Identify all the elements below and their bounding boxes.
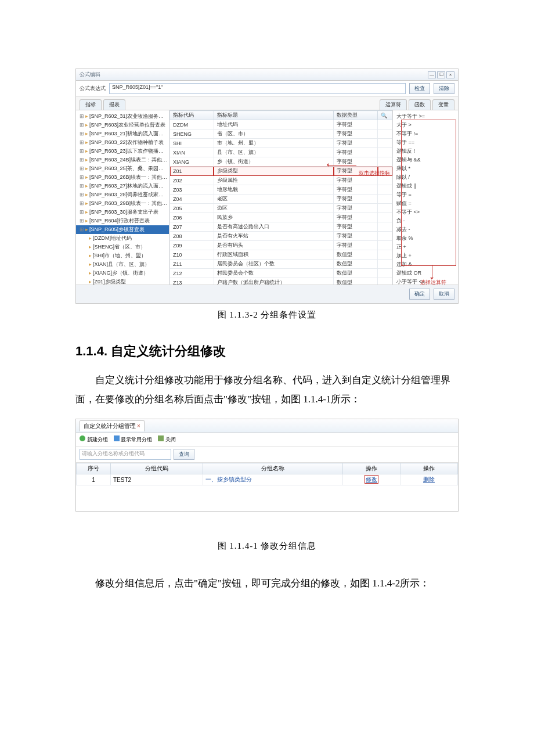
tree-item[interactable]: ▸[SHI]市（地、州、盟） bbox=[76, 251, 169, 260]
tree-item[interactable]: ⊞▸[SNP_R603_30]服务支出子表 bbox=[76, 208, 169, 217]
table-row: 1 TEST2 一、按乡镇类型分 修改 删除 bbox=[77, 474, 458, 485]
grid-row[interactable]: SHI市（地、州、盟）字符型 bbox=[170, 139, 392, 148]
grid-row[interactable]: Z08是否有火车站字符型 bbox=[170, 232, 392, 241]
operator-item[interactable]: 小于等于 <= bbox=[396, 278, 454, 285]
operator-item[interactable]: 大于 > bbox=[396, 121, 454, 129]
operator-item[interactable]: 连加 & bbox=[396, 260, 454, 269]
operator-list[interactable]: 大于等于 >=大于 >不等于 !=等于 ==逻辑反 !逻辑与 &&乘以 *除以 … bbox=[392, 110, 458, 285]
tab-indicator[interactable]: 指标 bbox=[80, 99, 102, 110]
tree-item[interactable]: ⊞▸[SNP_R603_21]耕地的流入面积填充 bbox=[76, 129, 169, 138]
grid-row[interactable]: XIANG乡（镇、街道）字符型 bbox=[170, 157, 392, 167]
operator-item[interactable]: 不等于 <> bbox=[396, 208, 454, 217]
minimize-icon[interactable]: — bbox=[428, 71, 436, 78]
grid-row[interactable]: Z02乡级属性字符型 bbox=[170, 176, 392, 185]
dialog-titlebar: 公式编辑 — ☐ × bbox=[76, 69, 458, 81]
tree-item[interactable]: ⊞▸[SNP_R604]行政村普查表 bbox=[76, 217, 169, 225]
tab-variable[interactable]: 变量 bbox=[432, 99, 454, 110]
tree-item[interactable]: ⊞▸[SNP_R603_28]饲养牲畜或家禽子表 bbox=[76, 190, 169, 199]
tree-item[interactable]: ▸[SHENG]省（区、市） bbox=[76, 243, 169, 251]
search-input[interactable]: 请输入分组名称或分组代码 bbox=[80, 449, 171, 460]
grid-row[interactable]: XIAN县（市、区、旗）字符型 bbox=[170, 148, 392, 157]
ok-button[interactable]: 确定 bbox=[409, 289, 430, 300]
maximize-icon[interactable]: ☐ bbox=[437, 71, 445, 78]
search-button[interactable]: 查询 bbox=[174, 449, 194, 460]
col-op2: 操作 bbox=[400, 463, 458, 474]
tab-function[interactable]: 函数 bbox=[409, 99, 431, 110]
grid-row[interactable]: SHENG省（区、市）字符型 bbox=[170, 129, 392, 139]
delete-link[interactable]: 删除 bbox=[423, 476, 435, 483]
section-heading: 1.1.4. 自定义统计分组修改 bbox=[75, 343, 459, 360]
tab-close-icon[interactable]: × bbox=[137, 423, 140, 429]
tree-item[interactable]: ⊞▸[SNP_R603_23]以下农作物播种面积 bbox=[76, 147, 169, 156]
grid-row[interactable]: Z10行政区域面积数值型 bbox=[170, 250, 392, 260]
col-name: 分组名称 bbox=[203, 463, 343, 474]
operator-item[interactable]: 加上 + bbox=[396, 251, 454, 260]
tree-item[interactable]: ⊞▸[SNP_R603_24B]续表二：其他作物 bbox=[76, 156, 169, 164]
dialog-title: 公式编辑 bbox=[80, 71, 428, 78]
grid-row[interactable]: Z09是否有码头字符型 bbox=[170, 241, 392, 250]
operator-item[interactable]: 逻辑或 || bbox=[396, 182, 454, 190]
grid-row[interactable]: Z12村民委员会个数数值型 bbox=[170, 269, 392, 278]
operator-item[interactable]: 逻辑反 ! bbox=[396, 147, 454, 156]
tree-item[interactable]: ⊞▸[SNP_R603_25]茶、桑、果园及食用 bbox=[76, 164, 169, 173]
tree-item[interactable]: ⊞▸[SNP_R603]农业经营单位普查表 bbox=[76, 121, 169, 129]
grid-row[interactable]: Z13户籍户数（派出所户籍统计）数值型 bbox=[170, 278, 392, 285]
grid-row[interactable]: DZDM地址代码字符型 bbox=[170, 120, 392, 129]
search-icon[interactable]: 🔍 bbox=[378, 111, 392, 120]
tab-operator[interactable]: 运算符 bbox=[380, 99, 407, 110]
operator-item[interactable]: 赋值 = bbox=[396, 199, 454, 208]
operator-item[interactable]: 等于 = bbox=[396, 190, 454, 199]
operator-item[interactable]: 逻辑或 OR bbox=[396, 269, 454, 278]
operator-item[interactable]: 负 - bbox=[396, 217, 454, 225]
grid-row[interactable]: Z05边区字符型 bbox=[170, 204, 392, 213]
operator-item[interactable]: 正 + bbox=[396, 243, 454, 251]
tree-item[interactable]: ▸[DZDM]地址代码 bbox=[76, 234, 169, 243]
operator-item[interactable]: 乘以 * bbox=[396, 164, 454, 173]
new-group-button[interactable]: 新建分组 bbox=[80, 435, 108, 444]
tree-item[interactable]: ⊞▸[SNP_R603_27]林地的流入面积填充 bbox=[76, 182, 169, 190]
edit-link[interactable]: 修改 bbox=[366, 476, 377, 483]
operator-item[interactable]: 大于等于 >= bbox=[396, 112, 454, 121]
grid-row[interactable]: Z11居民委员会（社区）个数数值型 bbox=[170, 260, 392, 269]
grid-row[interactable]: Z01乡级类型字符型 bbox=[170, 167, 392, 176]
tree-item[interactable]: ⊞▸[SNP_R603_26B]续表一：其他园林 bbox=[76, 173, 169, 182]
cancel-button[interactable]: 取消 bbox=[434, 289, 454, 300]
operator-item[interactable]: 等于 == bbox=[396, 138, 454, 147]
report-tree[interactable]: ⊞▸[SNP_R602_31]农业牧渔服务业子表⊞▸[SNP_R603]农业经营… bbox=[76, 110, 169, 285]
tree-item[interactable]: ⊞▸[SNP_R602_31]农业牧渔服务业子表 bbox=[76, 112, 169, 121]
expr-input[interactable]: SNP_R605[Z01]=="1" bbox=[109, 83, 406, 94]
grid-row[interactable]: Z06民族乡字符型 bbox=[170, 213, 392, 222]
tree-item[interactable]: ▸[XIANG]乡（镇、街道） bbox=[76, 269, 169, 278]
operator-item[interactable]: 取余 % bbox=[396, 234, 454, 243]
tree-item[interactable]: ▸[XIAN]县（市、区、旗） bbox=[76, 260, 169, 269]
tree-item[interactable]: ⊞▸[SNP_R603_29B]续表一：其他畜禽 bbox=[76, 199, 169, 208]
col-no: 序号 bbox=[77, 463, 111, 474]
tree-item[interactable]: ▸[Z01]乡级类型 bbox=[76, 278, 169, 285]
list-icon bbox=[114, 435, 120, 441]
grid-row[interactable]: Z07是否有高速公路出入口字符型 bbox=[170, 222, 392, 232]
formula-editor-dialog: 公式编辑 — ☐ × 公式表达式 SNP_R605[Z01]=="1" 检查 清… bbox=[75, 69, 459, 304]
operator-item[interactable]: 除以 / bbox=[396, 173, 454, 182]
tree-item[interactable]: ⊞▸[SNP_R605]乡镇普查表 bbox=[76, 225, 169, 234]
panel-tab[interactable]: 自定义统计分组管理× bbox=[80, 420, 145, 431]
show-common-button[interactable]: 显示常用分组 bbox=[114, 435, 153, 444]
operator-item[interactable]: 不等于 != bbox=[396, 129, 454, 138]
operator-item[interactable]: 逻辑与 && bbox=[396, 156, 454, 164]
paragraph-1: 自定义统计分组修改功能用于修改分组名称、代码，进入到自定义统计分组管理界面，在要… bbox=[75, 370, 459, 409]
group-management-panel: 自定义统计分组管理× 新建分组 显示常用分组 关闭 请输入分组名称或分组代码 查… bbox=[75, 419, 459, 512]
clear-button[interactable]: 清除 bbox=[434, 83, 454, 94]
figure-caption-1: 图 1.1.3-2 分组条件设置 bbox=[75, 309, 459, 321]
close-panel-button[interactable]: 关闭 bbox=[158, 435, 176, 444]
col-op1: 操作 bbox=[343, 463, 400, 474]
tree-item[interactable]: ⊞▸[SNP_R603_22]农作物种植子表 bbox=[76, 138, 169, 147]
close-icon[interactable]: × bbox=[446, 71, 454, 78]
grid-row[interactable]: Z04老区字符型 bbox=[170, 195, 392, 204]
figure-caption-2: 图 1.1.4-1 修改分组信息 bbox=[75, 541, 459, 552]
grid-row[interactable]: Z03地形地貌字符型 bbox=[170, 185, 392, 195]
add-icon bbox=[80, 435, 85, 441]
check-button[interactable]: 检查 bbox=[409, 83, 430, 94]
col-code: 分组代码 bbox=[111, 463, 203, 474]
door-icon bbox=[158, 435, 164, 441]
operator-item[interactable]: 减去 - bbox=[396, 225, 454, 234]
tab-report[interactable]: 报表 bbox=[103, 99, 125, 110]
